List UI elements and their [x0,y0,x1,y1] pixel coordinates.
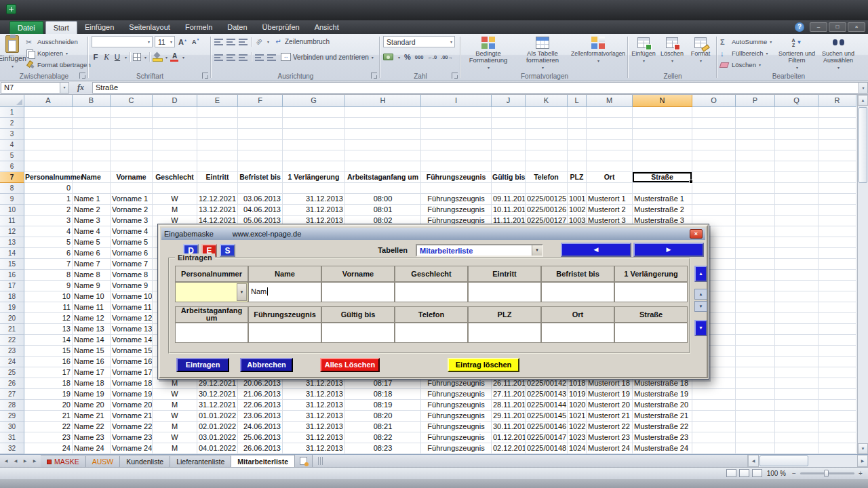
grid-cell-J30[interactable]: 30.11.2013 [492,422,526,432]
zoom-level[interactable]: 100 % [767,470,786,477]
grid-cell-P21[interactable] [736,324,775,335]
grid-cell-A30[interactable]: 22 [24,422,73,432]
ribbon-tab-ansicht[interactable]: Ansicht [307,21,347,34]
insert-function-button[interactable]: fx [77,83,84,93]
grid-cell-L26[interactable]: 1018 [568,378,587,389]
grid-cell-J1[interactable] [492,107,526,118]
grid-cell-N2[interactable] [633,118,692,129]
grid-cell-R1[interactable] [818,107,856,118]
grid-cell-J29[interactable]: 29.11.2013 [492,411,526,422]
grid-cell-R6[interactable] [818,161,856,172]
grid-cell-F26[interactable]: 20.06.2013 [238,378,283,389]
grid-cell-Q24[interactable] [775,357,818,367]
grid-cell-K30[interactable]: 0225/00146 [526,422,568,432]
grid-cell-N5[interactable] [633,150,692,161]
grid-cell-A8[interactable]: 0 [24,183,73,194]
conditional-formatting-button[interactable]: Bedingte Formatierung ▾ [462,35,514,76]
grid-cell-D2[interactable] [153,118,197,129]
grid-cell-C21[interactable]: Vorname 13 [111,324,153,335]
grid-cell-P28[interactable] [736,400,775,411]
row-header-3[interactable]: 3 [0,129,24,140]
horizontal-scroll-track[interactable] [759,455,857,467]
column-header-M[interactable]: M [587,95,633,107]
grid-cell-I28[interactable]: Führungszeugnis [421,400,492,411]
previous-sheet-button[interactable]: ◀ [12,457,20,466]
grid-cell-G8[interactable] [283,183,345,194]
grid-cell-A27[interactable]: 19 [24,389,73,400]
grid-cell-K6[interactable] [526,161,568,172]
grid-cell-M6[interactable] [587,161,633,172]
grid-cell-I6[interactable] [421,161,492,172]
grid-cell-K3[interactable] [526,129,568,140]
row-header-2[interactable]: 2 [0,118,24,129]
percent-format-icon[interactable]: % [404,53,411,61]
alles-loeschen-button[interactable]: Alles Löschen [320,358,380,372]
grid-cell-H30[interactable]: 08:21 [345,422,421,432]
row-header-5[interactable]: 5 [0,150,24,161]
align-middle-icon[interactable] [226,38,235,45]
grid-cell-J8[interactable] [492,183,526,194]
grid-cell-R16[interactable] [818,270,856,281]
grid-cell-R14[interactable] [818,248,856,259]
grid-cell-E30[interactable]: 02.01.2022 [197,422,238,432]
row-header-19[interactable]: 19 [0,302,24,313]
grid-cell-B17[interactable]: Name 9 [73,281,111,291]
grid-cell-R2[interactable] [818,118,856,129]
grid-cell-P6[interactable] [736,161,775,172]
grid-cell-I7[interactable]: Führungszeugnis [421,172,492,183]
grid-cell-E3[interactable] [197,129,238,140]
format-painter-button[interactable]: Format übertragen [24,59,87,70]
grid-cell-A3[interactable] [24,129,73,140]
grid-cell-K10[interactable]: 0225/00126 [526,205,568,216]
grid-cell-R13[interactable] [818,237,856,248]
column-header-N[interactable]: N [633,95,692,107]
grid-cell-R11[interactable] [818,216,856,226]
grid-cell-D27[interactable]: W [153,389,197,400]
form-input-führungszeugnis[interactable] [248,323,321,343]
grid-cell-N4[interactable] [633,140,692,150]
grid-cell-I9[interactable]: Führungszeugnis [421,194,492,205]
grid-cell-Q28[interactable] [775,400,818,411]
grid-cell-F5[interactable] [238,150,283,161]
grid-cell-E9[interactable]: 12.12.2021 [197,194,238,205]
dialog-launcher-icon[interactable] [371,73,377,79]
grid-cell-C3[interactable] [111,129,153,140]
grid-cell-C15[interactable]: Vorname 7 [111,259,153,270]
grid-cell-L31[interactable]: 1023 [568,432,587,443]
grid-cell-P13[interactable] [736,237,775,248]
dialog-launcher-icon[interactable] [452,73,458,79]
grid-cell-P23[interactable] [736,346,775,357]
grid-cell-L7[interactable]: PLZ [568,172,587,183]
grid-cell-C13[interactable]: Vorname 5 [111,237,153,248]
grid-cell-Q9[interactable] [775,194,818,205]
grid-cell-R25[interactable] [818,367,856,378]
grid-cell-E4[interactable] [197,140,238,150]
grid-cell-C19[interactable]: Vorname 11 [111,302,153,313]
paste-button[interactable]: Einfügen ▾ [1,35,23,75]
grid-cell-R8[interactable] [818,183,856,194]
page-layout-view-icon[interactable] [739,469,749,477]
grid-cell-J27[interactable]: 27.11.2013 [492,389,526,400]
grid-cell-B6[interactable] [73,161,111,172]
row-header-13[interactable]: 13 [0,237,24,248]
grid-cell-C24[interactable]: Vorname 16 [111,357,153,367]
grid-cell-C10[interactable]: Vorname 2 [111,205,153,216]
grid-cell-D9[interactable]: W [153,194,197,205]
grid-cell-E31[interactable]: 03.01.2022 [197,432,238,443]
grid-cell-B18[interactable]: Name 10 [73,291,111,302]
grid-cell-G6[interactable] [283,161,345,172]
grid-cell-O29[interactable] [692,411,736,422]
grid-cell-H32[interactable]: 08:23 [345,443,421,454]
grid-cell-P16[interactable] [736,270,775,281]
merge-center-button[interactable]: ↔Verbinden und zentrieren▾ [279,52,375,63]
row-header-1[interactable]: 1 [0,107,24,118]
column-header-F[interactable]: F [238,95,283,107]
formula-input[interactable]: Straße [92,82,859,94]
form-input-vorname[interactable] [321,282,395,302]
grid-cell-B1[interactable] [73,107,111,118]
grid-cell-P1[interactable] [736,107,775,118]
grid-cell-O8[interactable] [692,183,736,194]
grid-cell-D7[interactable]: Geschlecht [153,172,197,183]
grid-cell-C16[interactable]: Vorname 8 [111,270,153,281]
grid-cell-R32[interactable] [818,443,856,454]
